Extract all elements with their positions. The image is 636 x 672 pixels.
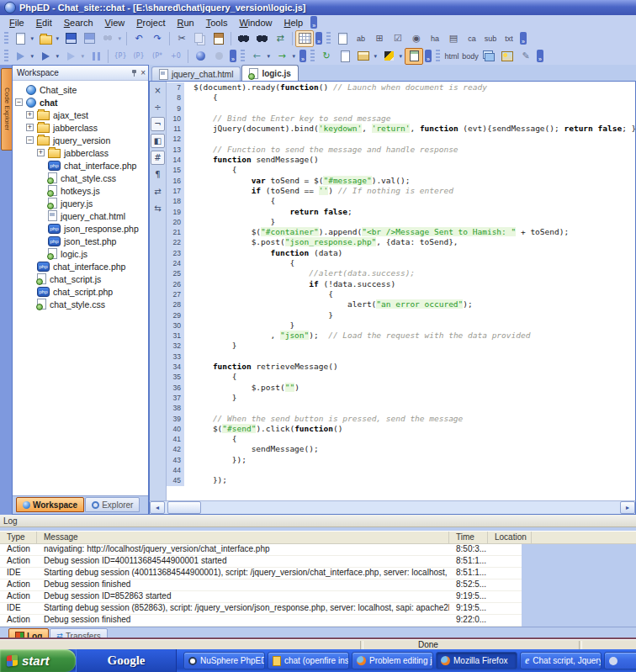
toolbar-drag-handle[interactable] xyxy=(326,32,331,45)
step-out-button[interactable]: (P* xyxy=(148,48,167,65)
toolbar-overflow-icon[interactable]: » xyxy=(315,32,322,45)
publish-button[interactable]: ▾ xyxy=(98,30,117,47)
back-button[interactable]: ←▾ xyxy=(247,48,266,65)
toolbar-overflow-icon[interactable]: » xyxy=(299,50,306,62)
tree-item-chat-site[interactable]: Chat_site xyxy=(13,83,148,96)
step-into-button[interactable]: {P} xyxy=(111,48,130,65)
redo-button[interactable]: ↷ xyxy=(148,30,167,47)
editor-tab-jquery-chat-html[interactable]: jquery_chat.html xyxy=(151,66,241,81)
insert-submit-button[interactable]: sub xyxy=(481,30,500,47)
tree-item-json-test-php[interactable]: phpjson_test.php xyxy=(13,235,148,247)
insert-image-button[interactable] xyxy=(498,48,517,65)
save-button[interactable] xyxy=(61,30,80,47)
log-row[interactable]: ActionDebug session ID=40011368454490000… xyxy=(0,556,522,568)
replace-button[interactable]: ⇄ xyxy=(271,30,289,47)
log-column-location[interactable]: Location xyxy=(488,532,532,543)
toolbar-drag-handle[interactable] xyxy=(310,50,315,63)
insert-text-button[interactable]: txt xyxy=(500,30,518,47)
new-file-button[interactable]: ▾ xyxy=(11,30,29,47)
step-over-button[interactable]: (P} xyxy=(130,48,148,65)
code-explorer-tab[interactable]: Code Explorer xyxy=(1,68,13,151)
sync-files-button[interactable]: ↻ xyxy=(317,48,336,65)
dropdown-arrow-icon[interactable]: ▾ xyxy=(374,53,377,60)
menu-project[interactable]: Project xyxy=(130,17,171,29)
indent-icon[interactable]: ⇄ xyxy=(151,184,165,198)
insert-radio-button[interactable]: ◉ xyxy=(407,30,426,47)
log-row[interactable]: ActionDebug session finished9:22:0... xyxy=(0,615,522,627)
insert-doc-button[interactable] xyxy=(333,30,352,47)
tree-expander-icon[interactable]: − xyxy=(15,98,23,106)
tree-expander-icon[interactable]: + xyxy=(26,111,34,119)
tree-item-chat-script-php[interactable]: phpchat_script.php xyxy=(13,285,148,298)
preview-in-browser-button[interactable] xyxy=(405,48,423,65)
toolbar-drag-handle[interactable] xyxy=(4,50,8,63)
log-row[interactable]: Actionnavigating: http://localhost/jquer… xyxy=(0,544,522,556)
log-column-message[interactable]: Message xyxy=(37,532,449,543)
menu-file[interactable]: File xyxy=(3,17,30,29)
outdent-icon[interactable]: ⇆ xyxy=(151,201,165,215)
horizontal-scrollbar[interactable]: ◂ ▸ xyxy=(149,500,636,515)
workspace-tab-explorer[interactable]: Explorer xyxy=(85,497,140,512)
insert-input-button[interactable]: ab xyxy=(352,30,370,47)
undo-button[interactable]: ↶ xyxy=(130,30,148,47)
close-icon[interactable]: × xyxy=(140,70,146,77)
tree-item-chat-style-css[interactable]: chat_style.css xyxy=(13,298,148,310)
toggle-breakpoint-button[interactable] xyxy=(209,48,228,65)
tree-item-jquery-version[interactable]: −jquery_version xyxy=(13,134,148,146)
taskbar-button-chat-script-jquery-s-[interactable]: eChat script, Jquery S... xyxy=(520,652,602,669)
scroll-right-icon[interactable]: ▸ xyxy=(620,501,635,514)
taskbar-button-problem-editing-javas-[interactable]: Problem editing javas... xyxy=(352,652,433,669)
toolbar-drag-handle[interactable] xyxy=(4,32,8,45)
log-row[interactable]: IDEStarting debug session (852863), scri… xyxy=(0,603,522,615)
dropdown-arrow-icon[interactable]: ▾ xyxy=(30,35,34,42)
split-view-icon[interactable]: ÷ xyxy=(151,100,165,114)
start-button[interactable]: start xyxy=(0,649,76,672)
pin-icon[interactable] xyxy=(131,70,138,77)
insert-checkbox-button[interactable]: ☑ xyxy=(389,30,407,47)
pause-button[interactable] xyxy=(87,48,105,65)
tree-item-ajax-test[interactable]: +ajax_test xyxy=(13,108,148,121)
dropdown-arrow-icon[interactable]: ▾ xyxy=(56,53,59,60)
tree-expander-icon[interactable]: + xyxy=(37,149,45,156)
dropdown-arrow-icon[interactable]: ▾ xyxy=(81,53,84,60)
taskbar-button-partial[interactable] xyxy=(604,652,636,669)
tree-item-chat-interface-php[interactable]: phpchat_interface.php xyxy=(13,159,148,172)
tree-expander-icon[interactable]: − xyxy=(26,136,34,144)
close-pane-icon[interactable]: × xyxy=(151,83,165,98)
code-area[interactable]: 7$(document).ready(function() // Launch … xyxy=(167,82,635,500)
view-file-button[interactable] xyxy=(336,48,354,65)
menu-window[interactable]: Window xyxy=(233,17,278,29)
right-margin-icon[interactable]: ◧ xyxy=(151,134,165,148)
highlight-button[interactable]: ▾ xyxy=(379,48,398,65)
menu-edit[interactable]: Edit xyxy=(30,17,58,29)
tree-item-chat-script-js[interactable]: chat_script.js xyxy=(13,273,148,285)
dropdown-arrow-icon[interactable]: ▾ xyxy=(399,53,402,60)
taskbar-button-mozilla-firefox[interactable]: Mozilla Firefox xyxy=(436,652,517,669)
stop-button[interactable] xyxy=(191,48,209,65)
show-paragraphs-icon[interactable]: ¶ xyxy=(151,167,165,182)
tree-item-json-response-php[interactable]: phpjson_response.php xyxy=(13,222,148,235)
run-local-button[interactable]: ▾ xyxy=(61,48,80,65)
taskbar-button-nusphere-phped-ch-[interactable]: NuSphere PhpED - Ch... xyxy=(183,652,265,669)
toolbar-drag-handle[interactable] xyxy=(436,50,440,63)
toolbar-drag-handle[interactable] xyxy=(241,50,245,63)
tree-item-chat-style-css[interactable]: chat_style.css xyxy=(13,172,148,184)
insert-grid-button[interactable]: ⊞ xyxy=(370,30,389,47)
style-pen-button[interactable]: ✎ xyxy=(517,48,535,65)
log-row[interactable]: ActionDebug session ID=852863 started9:1… xyxy=(0,591,522,603)
insert-fieldset-button[interactable]: ca xyxy=(463,30,481,47)
dropdown-arrow-icon[interactable]: ▾ xyxy=(118,35,121,42)
html-tag-button[interactable]: html xyxy=(443,48,461,65)
line-numbers-icon[interactable]: # xyxy=(151,151,165,165)
dropdown-arrow-icon[interactable]: ▾ xyxy=(267,53,270,60)
log-column-time[interactable]: Time xyxy=(449,532,488,543)
run-button[interactable]: ▾ xyxy=(11,48,29,65)
forward-button[interactable]: →▾ xyxy=(273,48,291,65)
tree-item-jabberclass[interactable]: +jabberclass xyxy=(13,121,148,134)
layers-button[interactable] xyxy=(480,48,498,65)
dropdown-arrow-icon[interactable]: ▾ xyxy=(292,53,295,60)
toolbar-overflow-icon[interactable]: » xyxy=(425,50,432,62)
menu-search[interactable]: Search xyxy=(58,17,99,29)
menu-run[interactable]: Run xyxy=(172,17,200,29)
taskbar-button-chat-openfire-installe-[interactable]: chat (openfire installe... xyxy=(268,652,349,669)
